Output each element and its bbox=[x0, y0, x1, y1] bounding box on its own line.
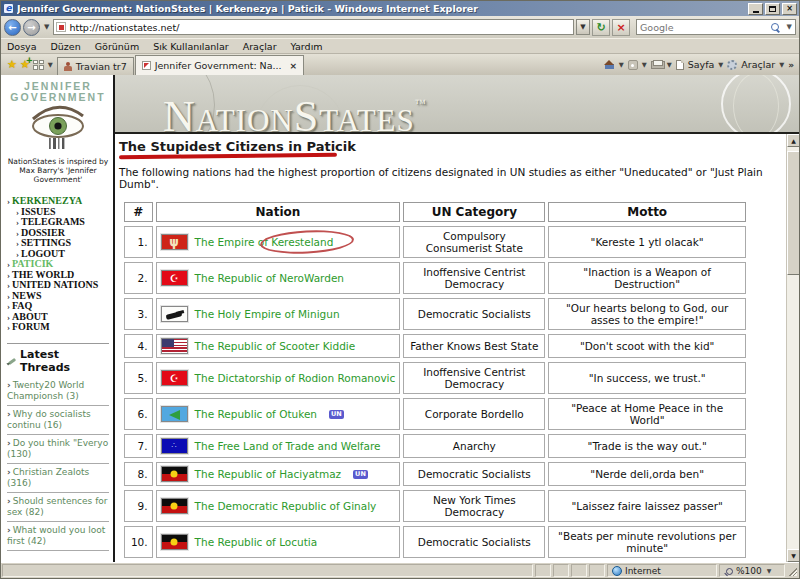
nation-link[interactable]: The Republic of Scooter Kiddie bbox=[195, 340, 356, 352]
nav-arrow-icon: › bbox=[7, 301, 10, 311]
zoom-dropdown-icon[interactable]: ▼ bbox=[767, 567, 772, 574]
add-favorite-icon[interactable]: ★ bbox=[20, 58, 30, 71]
status-cell bbox=[535, 564, 551, 577]
scroll-down-icon[interactable]: ▼ bbox=[787, 549, 799, 562]
browser-tab[interactable]: Travian tr7 bbox=[57, 57, 134, 75]
un-globe-icon bbox=[733, 75, 779, 134]
menu-item-araçlar[interactable]: Araçlar bbox=[243, 41, 277, 52]
stop-button[interactable]: × bbox=[612, 19, 630, 36]
back-button[interactable]: ← bbox=[4, 19, 21, 36]
favorites-tools: ★ ★ ▼ bbox=[3, 54, 57, 75]
nav-arrow-icon: › bbox=[7, 312, 10, 322]
toolbar-overflow-icon[interactable]: » bbox=[788, 60, 794, 70]
nation-link[interactable]: The Democratic Republic of Ginaly bbox=[195, 500, 377, 512]
history-dropdown-icon[interactable]: ▼ bbox=[42, 23, 51, 31]
category-cell: New York Times Democracy bbox=[403, 490, 545, 522]
vertical-scrollbar[interactable]: ▲ ▼ bbox=[786, 134, 799, 562]
banner-wordmark: NationStates bbox=[163, 92, 415, 134]
home-dropdown-icon[interactable]: ▼ bbox=[619, 61, 624, 69]
nation-link[interactable]: The Republic of Haciyatmaz bbox=[195, 468, 342, 480]
nation-link[interactable]: The Republic of Otuken bbox=[195, 408, 317, 420]
latest-threads: Latest Threads ›Twenty20 World Champions… bbox=[7, 343, 109, 551]
nav-label: THE WORLD bbox=[12, 269, 74, 280]
gear-icon[interactable] bbox=[727, 60, 737, 70]
nav-arrow-icon: › bbox=[7, 322, 10, 332]
rank-cell: 9. bbox=[124, 490, 153, 522]
search-box[interactable]: ▼ bbox=[636, 19, 796, 35]
nation-link[interactable]: The Empire of Keresteland bbox=[195, 236, 334, 248]
thread-link[interactable]: ›Why do socialists continu (16) bbox=[7, 405, 109, 434]
search-dropdown-icon[interactable]: ▼ bbox=[784, 23, 795, 31]
search-icon[interactable] bbox=[771, 23, 780, 32]
tab-bar: ★ ★ ▼ Travian tr7Jennifer Government: Na… bbox=[1, 54, 799, 75]
zoom-panel[interactable]: %100 ▼ bbox=[719, 564, 785, 577]
nation-cell-content: The Free Land of Trade and Welfare bbox=[161, 438, 396, 454]
page-dropdown-icon[interactable]: ▼ bbox=[718, 61, 723, 69]
nav-label: ABOUT bbox=[12, 311, 48, 322]
eye-logo-image bbox=[27, 105, 89, 151]
nav-arrow-icon: › bbox=[16, 217, 19, 227]
tools-menu-label[interactable]: Araçlar bbox=[741, 59, 775, 70]
quick-tabs-dropdown-icon[interactable]: ▼ bbox=[48, 61, 53, 69]
forward-button[interactable]: → bbox=[23, 19, 40, 36]
census-table: # Nation UN Category Motto 1.The Empire … bbox=[121, 198, 749, 562]
tab-close-icon[interactable]: × bbox=[290, 61, 298, 71]
thread-label: Why do socialists continu (16) bbox=[7, 409, 91, 430]
browser-tab[interactable]: Jennifer Government: Na...× bbox=[135, 55, 304, 75]
minimize-button[interactable] bbox=[748, 3, 763, 15]
scroll-up-icon[interactable]: ▲ bbox=[787, 134, 799, 147]
menu-item-dosya[interactable]: Dosya bbox=[7, 41, 37, 52]
intro-text: The following nations had the highest pr… bbox=[119, 166, 784, 190]
site-favicon bbox=[56, 22, 66, 32]
tools-dropdown-icon[interactable]: ▼ bbox=[779, 61, 784, 69]
nation-link[interactable]: The Republic of NeroWarden bbox=[195, 272, 344, 284]
nav-arrow-icon: › bbox=[16, 238, 19, 248]
category-cell: Democratic Socialists bbox=[403, 526, 545, 558]
thread-arrow-icon: › bbox=[7, 496, 11, 506]
nation-link[interactable]: The Holy Empire of Minigun bbox=[195, 308, 340, 320]
nation-cell-content: The Republic of HaciyatmazUN bbox=[161, 466, 396, 482]
thread-list: ›Twenty20 World Championsh (3)›Why do so… bbox=[7, 377, 109, 550]
nav-label: PATICIK bbox=[12, 258, 53, 269]
rank-cell: 1. bbox=[124, 226, 153, 258]
search-input[interactable] bbox=[637, 22, 771, 33]
menu-item-sık kullanılanlar[interactable]: Sık Kullanılanlar bbox=[153, 41, 229, 52]
un-member-badge: UN bbox=[329, 410, 344, 419]
aboriginal-flag-icon bbox=[161, 466, 188, 482]
nation-cell: The Dictatorship of Rodion Romanovic bbox=[156, 362, 401, 394]
thread-link[interactable]: ›Christian Zealots (316) bbox=[7, 463, 109, 492]
thread-link[interactable]: ›Do you think "Everyo (130) bbox=[7, 434, 109, 463]
home-icon[interactable] bbox=[604, 60, 615, 69]
url-input[interactable] bbox=[69, 22, 571, 33]
resize-grip[interactable] bbox=[786, 563, 799, 578]
tab-label: Jennifer Government: Na... bbox=[155, 60, 282, 71]
nation-link[interactable]: The Free Land of Trade and Welfare bbox=[195, 440, 381, 452]
close-button[interactable]: × bbox=[782, 3, 797, 15]
favorites-star-icon[interactable]: ★ bbox=[7, 58, 17, 71]
thread-link[interactable]: ›Should sentences for sex (82) bbox=[7, 492, 109, 521]
menu-item-yardım[interactable]: Yardım bbox=[291, 41, 323, 52]
page-icon[interactable] bbox=[676, 60, 684, 70]
thread-link[interactable]: ›What would you loot first (42) bbox=[7, 521, 109, 550]
sidebar-item-forum[interactable]: ›FORUM bbox=[7, 322, 109, 333]
logo-line2: GOVERNMENT bbox=[7, 92, 109, 103]
address-dropdown-icon[interactable]: ▼ bbox=[576, 19, 590, 35]
print-dropdown-icon[interactable]: ▼ bbox=[667, 61, 672, 69]
print-icon[interactable] bbox=[651, 60, 663, 69]
menu-item-düzen[interactable]: Düzen bbox=[51, 41, 81, 52]
quick-tabs-icon[interactable] bbox=[33, 60, 45, 70]
feeds-dropdown-icon[interactable]: ▼ bbox=[642, 61, 647, 69]
nation-link[interactable]: The Republic of Locutia bbox=[195, 536, 318, 548]
restore-button[interactable] bbox=[765, 3, 780, 15]
scrollbar-thumb[interactable] bbox=[787, 151, 799, 275]
rank-cell: 8. bbox=[124, 462, 153, 486]
page-menu-label[interactable]: Sayfa bbox=[688, 59, 715, 70]
thread-link[interactable]: ›Twenty20 World Championsh (3) bbox=[7, 377, 109, 405]
feeds-icon[interactable] bbox=[628, 60, 638, 70]
refresh-button[interactable]: ↻ bbox=[592, 19, 610, 36]
menu-item-görünüm[interactable]: Görünüm bbox=[95, 41, 139, 52]
browser-window: e Jennifer Government: NationStates | Ke… bbox=[0, 0, 800, 579]
rank-cell: 2. bbox=[124, 262, 153, 294]
address-field[interactable] bbox=[53, 19, 574, 35]
nation-link[interactable]: The Dictatorship of Rodion Romanovic bbox=[195, 372, 396, 384]
